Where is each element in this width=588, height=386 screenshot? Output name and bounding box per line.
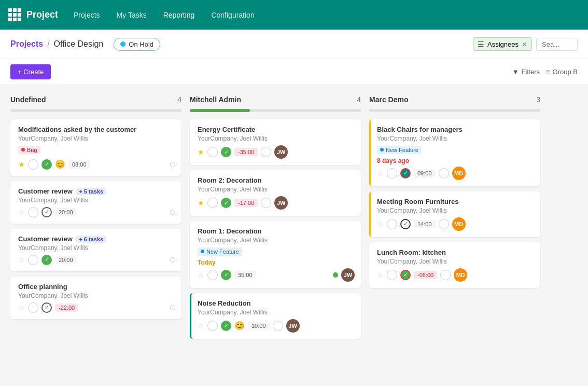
check-teal-red-border[interactable]: ✓ xyxy=(400,168,411,178)
card-footer: ☆ ✓ 14:00 MD xyxy=(377,217,534,231)
star-icon[interactable]: ☆ xyxy=(198,271,204,279)
card-tag-feature: New Feature xyxy=(377,146,422,154)
card-sub: YourCompany, Joel Willis xyxy=(377,258,534,265)
circle-btn-2[interactable] xyxy=(439,168,449,178)
search-input[interactable] xyxy=(536,38,578,51)
card-customer-review-2[interactable]: Customer review + 6 tasks YourCompany, J… xyxy=(10,229,181,271)
breadcrumb-separator: / xyxy=(47,39,49,49)
card-sub: YourCompany, Joel Willis xyxy=(377,207,534,214)
star-icon[interactable]: ☆ xyxy=(377,220,384,228)
nav-configuration[interactable]: Configuration xyxy=(208,9,257,21)
check-outline[interactable]: ✓ xyxy=(41,207,52,217)
circle-btn[interactable] xyxy=(387,219,397,229)
card-lunch-room[interactable]: Lunch Room: kitchen YourCompany, Joel Wi… xyxy=(369,242,540,288)
card-tag-feature: New Feature xyxy=(198,247,242,256)
card-black-chairs[interactable]: Black Chairs for managers YourCompany, J… xyxy=(369,119,540,186)
card-office-planning[interactable]: Office planning YourCompany, Joel Willis… xyxy=(10,277,181,319)
assignees-label: Assignees xyxy=(487,40,519,48)
star-icon[interactable]: ☆ xyxy=(18,304,25,312)
top-nav: Project Projects My Tasks Reporting Conf… xyxy=(0,0,588,30)
circle-btn-2[interactable] xyxy=(440,270,451,280)
filters-button[interactable]: ▼ Filters xyxy=(512,68,540,76)
app-logo[interactable]: Project xyxy=(8,8,58,21)
time-badge: -22:00 xyxy=(55,304,78,312)
group-button[interactable]: ≡ Group B xyxy=(546,68,578,76)
star-icon[interactable]: ☆ xyxy=(198,322,204,330)
assignees-tag[interactable]: ☰ Assignees ✕ xyxy=(473,37,532,51)
avatar: JW xyxy=(274,145,288,159)
card-footer: ☆ ✓ 😊 10:00 JW xyxy=(198,319,355,333)
column-title-undefined: Undefined xyxy=(10,95,173,104)
nav-my-tasks[interactable]: My Tasks xyxy=(114,9,150,21)
check-outline[interactable]: ✓ xyxy=(400,219,411,229)
check-green[interactable]: ✓ xyxy=(221,147,231,157)
card-sub: YourCompany, Joel Willis xyxy=(18,135,175,142)
circle-btn[interactable] xyxy=(207,198,218,208)
circle-btn[interactable] xyxy=(28,207,38,217)
column-mitchell: Mitchell Admin 4 Energy Certificate Your… xyxy=(190,95,361,377)
kanban-board: Undefined 4 Modifications asked by the c… xyxy=(0,85,588,386)
assignees-close[interactable]: ✕ xyxy=(522,40,527,48)
check-green[interactable]: ✓ xyxy=(221,270,231,280)
check-green[interactable]: ✓ xyxy=(221,321,231,331)
date-overdue: 8 days ago xyxy=(377,157,534,164)
star-icon[interactable]: ☆ xyxy=(18,208,25,216)
card-room2-decoration[interactable]: Room 2: Decoration YourCompany, Joel Wil… xyxy=(190,170,361,216)
check-teal-red-border-2[interactable]: ✓ xyxy=(400,270,411,280)
breadcrumb-current: Office Design xyxy=(54,39,104,49)
nav-reporting[interactable]: Reporting xyxy=(160,9,198,21)
avatar: MD xyxy=(454,268,467,282)
card-title: Black Chairs for managers xyxy=(377,126,534,133)
circle-btn[interactable] xyxy=(207,147,218,157)
header-right: ☰ Assignees ✕ xyxy=(473,37,578,51)
star-icon[interactable]: ★ xyxy=(18,160,25,169)
status-badge[interactable]: On Hold xyxy=(114,38,160,51)
check-outline[interactable]: ✓ xyxy=(41,302,52,313)
circle-btn-2[interactable] xyxy=(261,147,271,157)
card-sub: YourCompany, Joel Willis xyxy=(198,135,355,142)
star-icon[interactable]: ☆ xyxy=(377,169,384,177)
card-room1-decoration[interactable]: Room 1: Decoration YourCompany, Joel Wil… xyxy=(190,221,361,288)
check-green[interactable]: ✓ xyxy=(221,198,231,208)
card-noise-reduction[interactable]: Noise Reduction YourCompany, Joel Willis… xyxy=(190,293,361,339)
star-icon[interactable]: ☆ xyxy=(18,256,25,264)
circle-btn-2[interactable] xyxy=(439,219,449,229)
circle-btn-2[interactable] xyxy=(261,198,271,208)
nav-projects[interactable]: Projects xyxy=(71,9,103,21)
circle-btn-2[interactable] xyxy=(273,321,283,331)
circle-btn[interactable] xyxy=(28,255,38,265)
card-meeting-room[interactable]: Meeting Room Furnitures YourCompany, Joe… xyxy=(369,191,540,237)
column-count-mitchell: 4 xyxy=(357,95,361,104)
star-icon[interactable]: ★ xyxy=(198,148,204,156)
card-sub: YourCompany, Joel Willis xyxy=(18,244,175,252)
card-customer-review-1[interactable]: Customer review + 5 tasks YourCompany, J… xyxy=(10,181,181,224)
avatar: JW xyxy=(341,268,355,282)
status-text: On Hold xyxy=(129,40,153,48)
circle-btn[interactable] xyxy=(28,159,38,170)
circle-btn[interactable] xyxy=(387,168,397,178)
check-green[interactable]: ✓ xyxy=(41,255,52,265)
card-sub: YourCompany, Joel Willis xyxy=(377,135,534,142)
breadcrumb-projects[interactable]: Projects xyxy=(10,39,43,49)
check-green[interactable]: ✓ xyxy=(41,159,52,170)
create-button[interactable]: + Create xyxy=(10,64,51,79)
toolbar: + Create ▼ Filters ≡ Group B xyxy=(0,59,588,85)
circle-btn[interactable] xyxy=(207,270,218,280)
star-icon[interactable]: ☆ xyxy=(377,271,384,279)
card-footer: ☆ ✓ 20:00 xyxy=(18,207,175,217)
card-title: Customer review + 6 tasks xyxy=(18,235,175,243)
star-icon[interactable]: ★ xyxy=(198,199,204,207)
card-dot-end xyxy=(170,210,175,215)
page-header: Projects / Office Design On Hold ☰ Assig… xyxy=(0,30,588,59)
circle-btn[interactable] xyxy=(28,302,38,313)
card-footer: ★ ✓ -17:00 JW xyxy=(198,196,355,210)
circle-btn[interactable] xyxy=(387,270,397,280)
card-title: Room 2: Decoration xyxy=(198,176,355,184)
card-energy-certificate[interactable]: Energy Certificate YourCompany, Joel Wil… xyxy=(190,119,361,165)
card-footer: ☆ ✓ 35:00 JW xyxy=(198,268,355,282)
circle-btn[interactable] xyxy=(207,321,218,331)
group-icon: ≡ xyxy=(546,68,550,76)
tag-dot xyxy=(21,148,25,151)
card-footer: ★ ✓ -35:00 JW xyxy=(198,145,355,159)
card-modifications[interactable]: Modifications asked by the customer Your… xyxy=(10,119,181,176)
